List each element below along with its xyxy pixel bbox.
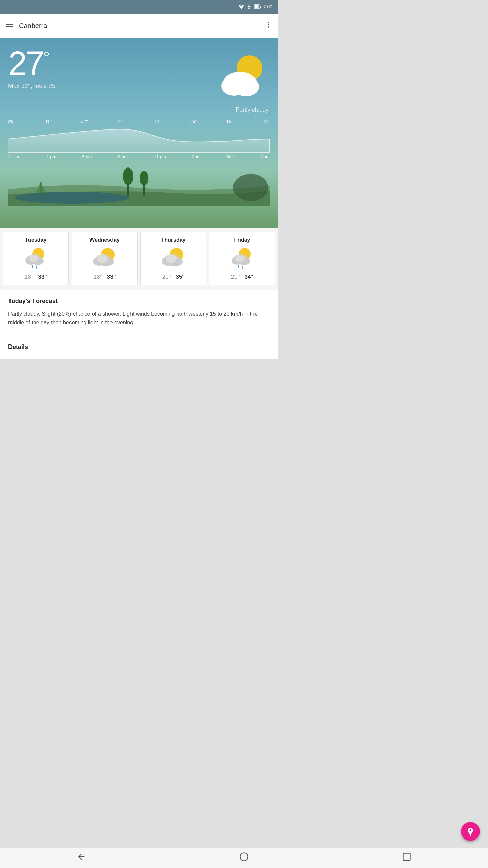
time-display: 7:00 bbox=[263, 4, 272, 9]
svg-point-5 bbox=[268, 24, 269, 25]
tuesday-low: 18° bbox=[25, 274, 34, 280]
wednesday-temps: 18° 33° bbox=[75, 274, 134, 280]
wednesday-high: 33° bbox=[107, 274, 116, 280]
below-fold-section: Today's Forecast Partly cloudy. Slight (… bbox=[0, 290, 278, 359]
forecast-cards: Tuesday 18° 33° Wednesday bbox=[0, 228, 278, 290]
time-label-4: 11 pm bbox=[154, 154, 166, 159]
day-wednesday: Wednesday bbox=[75, 237, 134, 243]
tuesday-high: 33° bbox=[38, 274, 47, 280]
svg-point-14 bbox=[123, 167, 133, 185]
svg-point-30 bbox=[97, 254, 108, 263]
temp-label-1: 31° bbox=[44, 119, 52, 124]
chart-time-labels: 11 am 2 pm 5 pm 8 pm 11 pm 2am 5am 8am bbox=[8, 154, 270, 159]
svg-point-11 bbox=[228, 73, 249, 89]
city-label: Canberra bbox=[19, 22, 259, 30]
todays-forecast-text: Partly cloudy. Slight (20%) chance of a … bbox=[8, 310, 270, 327]
time-label-1: 2 pm bbox=[46, 154, 56, 159]
top-bar: Canberra bbox=[0, 14, 278, 38]
time-label-0: 11 am bbox=[8, 154, 20, 159]
temp-label-3: 27° bbox=[117, 119, 124, 124]
wifi-icon bbox=[238, 4, 244, 9]
svg-point-4 bbox=[268, 22, 269, 23]
temperature-display: 27° Max 32°, feels 25° bbox=[8, 46, 58, 90]
forecast-card-thursday[interactable]: Thursday 20° 35° bbox=[140, 232, 206, 285]
temp-label-6: 18° bbox=[226, 119, 233, 124]
temp-label-2: 32° bbox=[81, 119, 88, 124]
friday-high: 34° bbox=[245, 274, 253, 280]
weather-hero: 27° Max 32°, feels 25° Partly cloudy. bbox=[0, 38, 278, 228]
hero-weather-icon bbox=[216, 50, 270, 104]
day-tuesday: Tuesday bbox=[6, 237, 65, 243]
condition-text: Partly cloudy. bbox=[216, 106, 270, 113]
condition-section: Partly cloudy. bbox=[216, 46, 270, 113]
thursday-low: 20° bbox=[162, 274, 171, 280]
forecast-card-tuesday[interactable]: Tuesday 18° 33° bbox=[3, 232, 69, 285]
svg-point-6 bbox=[268, 26, 269, 28]
svg-rect-41 bbox=[238, 265, 239, 268]
thursday-temps: 20° 35° bbox=[144, 274, 203, 280]
temp-label-5: 19° bbox=[190, 119, 197, 124]
svg-point-18 bbox=[233, 174, 268, 201]
svg-rect-42 bbox=[242, 266, 243, 269]
day-friday: Friday bbox=[213, 237, 271, 243]
time-label-6: 5am bbox=[227, 154, 235, 159]
tuesday-temps: 18° 33° bbox=[6, 274, 65, 280]
temp-label-4: 23° bbox=[154, 119, 161, 124]
svg-point-12 bbox=[15, 192, 129, 204]
svg-rect-3 bbox=[254, 5, 258, 8]
time-label-5: 2am bbox=[192, 154, 201, 159]
temp-label-7: 23° bbox=[263, 119, 270, 124]
svg-point-16 bbox=[140, 171, 148, 186]
day-thursday: Thursday bbox=[144, 237, 203, 243]
status-icons: 7:00 bbox=[238, 4, 272, 9]
forecast-card-friday[interactable]: Friday 20° 34° bbox=[209, 232, 275, 285]
svg-rect-25 bbox=[36, 266, 37, 269]
temperature-chart: 29° 31° 32° 27° 23° 19° 18° 23° 11 am 2 … bbox=[8, 119, 270, 159]
scenic-illustration bbox=[8, 162, 270, 203]
friday-temps: 20° 34° bbox=[213, 274, 271, 280]
friday-weather-icon bbox=[230, 246, 254, 270]
airplane-icon bbox=[246, 4, 252, 9]
status-bar: 7:00 bbox=[0, 0, 278, 14]
more-options-icon[interactable] bbox=[264, 21, 272, 31]
feels-like-text: Max 32°, feels 25° bbox=[8, 83, 58, 90]
wednesday-low: 18° bbox=[94, 274, 102, 280]
wednesday-weather-icon bbox=[93, 246, 117, 270]
time-label-3: 8 pm bbox=[118, 154, 128, 159]
svg-rect-24 bbox=[32, 265, 33, 268]
hamburger-menu-icon[interactable] bbox=[5, 21, 14, 31]
todays-forecast-title: Today's Forecast bbox=[8, 298, 270, 305]
svg-point-40 bbox=[235, 255, 245, 262]
thursday-weather-icon bbox=[162, 246, 185, 270]
battery-icon bbox=[254, 4, 261, 9]
main-temperature: 27° bbox=[8, 46, 58, 80]
forecast-card-wednesday[interactable]: Wednesday 18° 33° bbox=[72, 232, 138, 285]
svg-point-35 bbox=[166, 254, 177, 263]
section-divider bbox=[8, 335, 270, 335]
svg-point-0 bbox=[241, 8, 242, 9]
tuesday-weather-icon bbox=[24, 246, 48, 270]
hero-top: 27° Max 32°, feels 25° Partly cloudy. bbox=[8, 46, 270, 113]
svg-rect-2 bbox=[260, 6, 261, 8]
svg-point-23 bbox=[29, 255, 38, 262]
time-label-7: 8am bbox=[261, 154, 270, 159]
friday-low: 20° bbox=[231, 274, 240, 280]
chart-temp-labels: 29° 31° 32° 27° 23° 19° 18° 23° bbox=[8, 119, 270, 124]
time-label-2: 5 pm bbox=[82, 154, 92, 159]
details-title: Details bbox=[8, 343, 270, 351]
thursday-high: 35° bbox=[176, 274, 185, 280]
temp-label-0: 29° bbox=[8, 119, 15, 124]
